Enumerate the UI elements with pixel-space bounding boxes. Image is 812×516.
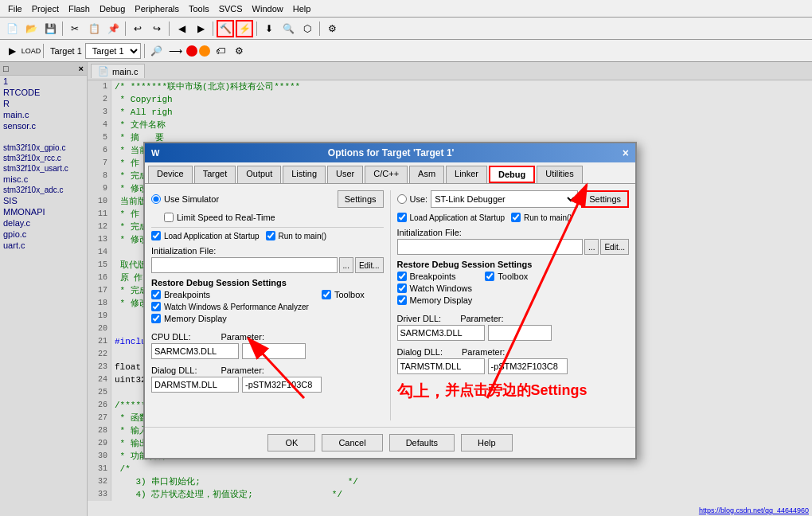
back-btn[interactable]: ◀ <box>173 20 190 37</box>
cpu-dll-input[interactable] <box>151 343 239 359</box>
mem-right-checkbox[interactable] <box>397 295 407 305</box>
mem-left-checkbox[interactable] <box>151 314 161 323</box>
r2-orange-btn[interactable] <box>199 45 210 57</box>
watch-right-checkbox[interactable] <box>397 283 407 293</box>
cut-btn[interactable]: ✂ <box>66 20 84 37</box>
toolbox-right-checkbox[interactable] <box>485 272 494 281</box>
dialog-dll-right-section: Dialog DLL: Parameter: <box>397 347 630 374</box>
bp-left-checkbox[interactable] <box>151 290 161 299</box>
dialog-dll-left-param-input[interactable] <box>242 377 322 393</box>
watch-right-row: Watch Windows <box>397 283 473 293</box>
tab-debug[interactable]: Debug <box>489 166 535 183</box>
edit-left-btn[interactable]: Edit... <box>355 257 384 273</box>
dialog-dll-left-input[interactable] <box>151 377 239 393</box>
run-main-right-checkbox[interactable] <box>511 213 521 222</box>
debug-btn[interactable]: 🔍 <box>279 20 297 37</box>
undo-btn[interactable]: ↩ <box>129 20 146 37</box>
sep4 <box>213 22 213 36</box>
hw-debugger-radio[interactable] <box>397 194 407 204</box>
r2-settings-btn[interactable]: ⚙ <box>231 42 248 60</box>
tab-utilities[interactable]: Utilities <box>537 166 582 183</box>
menu-peripherals[interactable]: Peripherals <box>130 2 184 15</box>
restore-title-right: Restore Debug Session Settings <box>397 260 630 269</box>
sep1 <box>62 22 63 36</box>
tab-linker[interactable]: Linker <box>446 166 487 183</box>
load-app-left: Load Application at Startup <box>151 231 260 240</box>
run-main-right: Run to main() <box>511 213 572 222</box>
stop-btn[interactable]: ⬡ <box>299 20 316 37</box>
mem-left-label: Memory Display <box>164 314 227 323</box>
redo-btn[interactable]: ↪ <box>148 20 166 37</box>
forward-btn[interactable]: ▶ <box>192 20 209 37</box>
build-btn[interactable]: 🔨 <box>217 20 234 37</box>
dialog-close-btn[interactable]: × <box>623 147 629 159</box>
r2-search-btn[interactable]: 🔎 <box>148 42 166 60</box>
copy-btn[interactable]: 📋 <box>85 20 103 37</box>
target-dropdown[interactable]: Target 1 <box>85 43 141 59</box>
toolbox-left-row: Toolbox <box>322 290 365 299</box>
tab-user[interactable]: User <box>327 166 363 183</box>
r2-btn2[interactable]: LOAD <box>22 42 40 60</box>
browse-right-btn[interactable]: ... <box>584 239 599 255</box>
dialog-dll-right-input[interactable] <box>397 358 485 374</box>
defaults-btn[interactable]: Defaults <box>389 434 455 452</box>
load-app-right-checkbox[interactable] <box>397 213 407 222</box>
paste-btn[interactable]: 📌 <box>104 20 122 37</box>
driver-dll-section: Driver DLL: Parameter: <box>397 314 630 341</box>
driver-dll-param-input[interactable] <box>488 325 552 341</box>
driver-dll-input[interactable] <box>397 325 485 341</box>
debugger-select[interactable]: ST-Link Debugger <box>431 190 578 208</box>
dialog-dll-right-param: Parameter: <box>462 347 505 357</box>
new-btn[interactable]: 📄 <box>3 20 21 37</box>
r2-btn1[interactable]: ▶ <box>3 42 21 60</box>
r2-color-btn[interactable] <box>186 45 197 57</box>
tab-output[interactable]: Output <box>237 166 281 183</box>
simulator-radio[interactable] <box>151 194 161 204</box>
init-file-right-input[interactable] <box>397 239 584 255</box>
tab-target[interactable]: Target <box>194 166 236 183</box>
watch-left-label: Watch Windows & Performance Analyzer <box>164 303 309 311</box>
dialog-dll-right-param-input[interactable] <box>488 358 568 374</box>
cpu-dll-param-input[interactable] <box>242 343 306 359</box>
open-btn[interactable]: 📂 <box>22 20 40 37</box>
tab-listing[interactable]: Listing <box>283 166 326 183</box>
run-main-left-checkbox[interactable] <box>266 231 275 240</box>
toolbox-left-checkbox[interactable] <box>322 290 331 299</box>
init-file-left: Initialization File: ... Edit... <box>151 246 384 273</box>
tab-cc[interactable]: C/C++ <box>365 166 408 183</box>
menu-project[interactable]: Project <box>27 2 64 15</box>
ok-btn[interactable]: OK <box>267 434 315 452</box>
options-btn[interactable]: ⚙ <box>323 20 341 37</box>
edit-right-btn[interactable]: Edit... <box>600 239 629 255</box>
limit-speed-checkbox[interactable] <box>164 213 174 222</box>
toolbar-row2: ▶ LOAD Target 1 Target 1 🔎 ⟶ 🏷 ⚙ <box>0 40 812 62</box>
browse-left-btn[interactable]: ... <box>339 257 353 273</box>
menu-svcs[interactable]: SVCS <box>214 2 248 15</box>
dialog-title-bar: W Options for Target 'Target 1' × <box>145 143 635 162</box>
help-btn[interactable]: Help <box>461 434 513 452</box>
menu-flash[interactable]: Flash <box>64 2 95 15</box>
init-file-left-input[interactable] <box>151 257 338 273</box>
watch-left-checkbox[interactable] <box>151 302 161 311</box>
tab-asm[interactable]: Asm <box>409 166 444 183</box>
bp-left-label: Breakpoints <box>164 290 210 299</box>
right-settings-btn[interactable]: Settings <box>581 190 629 208</box>
save-btn[interactable]: 💾 <box>41 20 59 37</box>
rebuild-btn[interactable]: ⚡ <box>236 20 253 37</box>
r2-go-btn[interactable]: ⟶ <box>167 42 185 60</box>
download-btn[interactable]: ⬇ <box>260 20 278 37</box>
tab-device[interactable]: Device <box>148 166 193 183</box>
use-label: Use: <box>410 194 428 204</box>
left-settings-btn[interactable]: Settings <box>338 190 384 208</box>
menu-debug[interactable]: Debug <box>95 2 130 15</box>
cancel-btn[interactable]: Cancel <box>322 434 382 452</box>
menu-window[interactable]: Window <box>248 2 288 15</box>
r2-tag-btn[interactable]: 🏷 <box>212 42 229 60</box>
dialog-body: Use Simulator Settings Limit Speed to Re… <box>145 184 635 427</box>
bp-right-checkbox[interactable] <box>397 272 407 281</box>
menu-help[interactable]: Help <box>288 2 316 15</box>
init-file-right: Initialization File: ... Edit... <box>397 228 630 255</box>
load-app-left-checkbox[interactable] <box>151 231 161 240</box>
menu-tools[interactable]: Tools <box>184 2 214 15</box>
menu-file[interactable]: File <box>3 2 27 15</box>
